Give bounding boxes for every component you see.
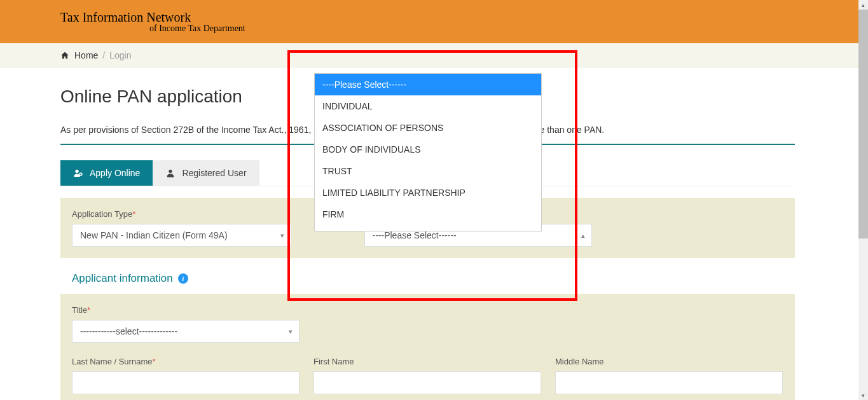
brand-subtitle: of Income Tax Department [60,24,245,34]
dropdown-option[interactable]: ASSOCIATION OF PERSONS [315,117,541,139]
person-plus-icon [73,168,83,178]
middlename-label: Middle Name [555,357,783,366]
breadcrumb-separator: / [102,50,105,60]
page-scrollbar[interactable]: ▴ ▾ [858,0,868,400]
section-applicant-info: Applicant information i [72,272,795,285]
lastname-label: Last Name / Surname* [72,357,300,366]
tab-apply-label: Apply Online [90,168,140,178]
application-type-value: New PAN - Indian Citizen (Form 49A) [80,230,228,240]
breadcrumb: Home / Login [0,43,860,67]
person-icon [165,168,176,178]
middlename-input[interactable] [555,371,783,394]
scroll-down-button[interactable]: ▾ [858,390,868,400]
dropdown-option[interactable]: INDIVIDUAL [315,95,541,117]
dropdown-option[interactable]: ----Please Select------ [315,74,541,95]
tab-registered-label: Registered User [182,168,246,178]
breadcrumb-home-link[interactable]: Home [74,50,98,60]
title-label: Title* [72,305,300,315]
dropdown-option[interactable]: TRUST [315,160,541,182]
svg-point-0 [75,170,78,173]
firstname-input[interactable] [313,371,541,394]
dropdown-option[interactable]: FIRM [315,203,541,225]
info-icon[interactable]: i [178,273,188,284]
header-bar: Tax Information Network of Income Tax De… [0,0,860,43]
category-value: ----Please Select------ [373,230,457,240]
category-dropdown-list[interactable]: ----Please Select------INDIVIDUALASSOCIA… [314,73,542,231]
dropdown-option[interactable]: LIMITED LIABILITY PARTNERSHIP [315,182,541,203]
title-select[interactable]: ------------select------------- ▾ [72,320,300,343]
firstname-label: First Name [313,357,541,366]
dropdown-option[interactable]: BODY OF INDIVIDUALS [315,139,541,160]
chevron-down-icon: ▾ [280,231,284,240]
applicant-info-panel: Title* ------------select------------- ▾… [60,294,795,400]
tab-apply-online[interactable]: Apply Online [60,160,153,186]
chevron-down-icon: ▾ [289,328,293,336]
tab-registered-user[interactable]: Registered User [153,160,259,186]
brand-title: Tax Information Network [60,10,245,25]
application-type-label: Application Type* [72,209,350,219]
scroll-up-button[interactable]: ▴ [858,0,868,10]
brand-block: Tax Information Network of Income Tax De… [60,10,245,34]
chevron-up-icon: ▴ [581,231,585,240]
dropdown-option[interactable]: GOVERNMENT [315,225,541,231]
svg-point-2 [169,170,172,173]
section-applicant-label: Applicant information [72,272,173,285]
lastname-input[interactable] [72,371,300,394]
title-value: ------------select------------- [80,326,177,336]
application-type-select[interactable]: New PAN - Indian Citizen (Form 49A) ▾ [72,224,291,247]
scrollbar-thumb[interactable] [858,10,868,238]
breadcrumb-current: Login [109,50,131,60]
home-icon [60,51,69,60]
